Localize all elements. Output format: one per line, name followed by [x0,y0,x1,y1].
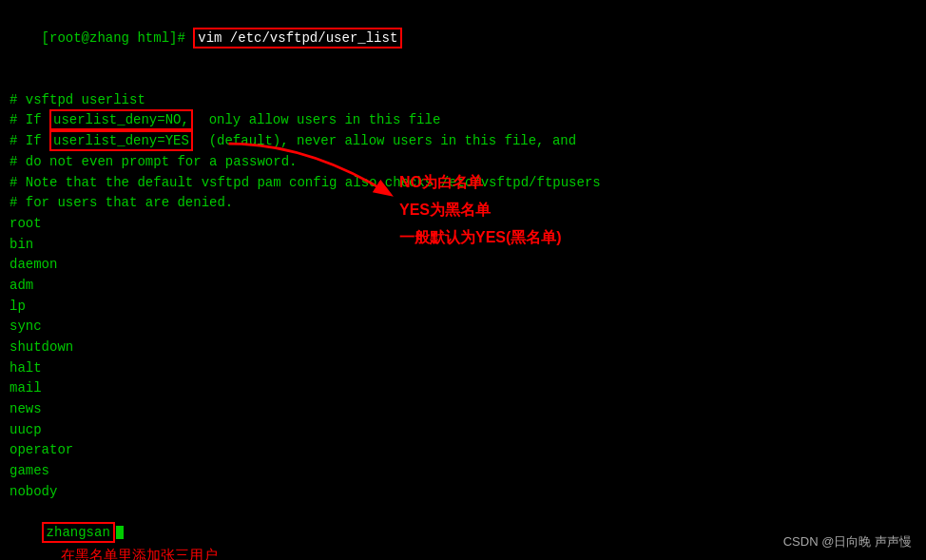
user-adm: adm [10,276,916,297]
prompt-text: [root@zhang html]# [42,30,194,46]
user-daemon: daemon [10,255,916,276]
csdn-watermark: CSDN @日向晚 声声慢 [783,533,912,550]
user-mail: mail [10,378,916,399]
zhangsan-line: zhangsan 在黑名单里添加张三用户 [10,503,916,561]
user-sync: sync [10,317,916,338]
zhangsan-box: zhangsan [42,522,115,543]
arrow-svg [219,138,399,200]
blank-line [10,69,916,90]
cursor [116,526,124,539]
annotation-yes: YES为黑名单 [399,197,562,224]
comment-yes-line: # If userlist_deny=YES (default), never … [10,131,916,152]
annotation-box: NO为白名单 YES为黑名单 一般默认为YES(黑名单) [399,169,562,251]
comment-no-line: # If userlist_deny=NO, only allow users … [10,110,916,131]
zhangsan-annotation: 在黑名单里添加张三用户 [61,547,218,560]
terminal: [root@zhang html]# vim /etc/vsftpd/user_… [0,0,926,560]
prompt-line: [root@zhang html]# vim /etc/vsftpd/user_… [10,8,916,69]
annotation-default: 一般默认为YES(黑名单) [399,224,562,252]
user-news: news [10,399,916,420]
user-halt: halt [10,358,916,379]
user-lp: lp [10,297,916,318]
comment-userlist: # vsftpd userlist [10,90,916,111]
user-operator: operator [10,440,916,461]
user-games: games [10,461,916,482]
user-uucp: uucp [10,420,916,441]
highlight-no: userlist_deny=NO, [49,109,193,130]
command-highlight: vim /etc/vsftpd/user_list [193,28,402,48]
user-nobody: nobody [10,482,916,503]
user-shutdown: shutdown [10,338,916,358]
highlight-yes: userlist_deny=YES [49,130,193,151]
annotation-no: NO为白名单 [399,169,562,197]
